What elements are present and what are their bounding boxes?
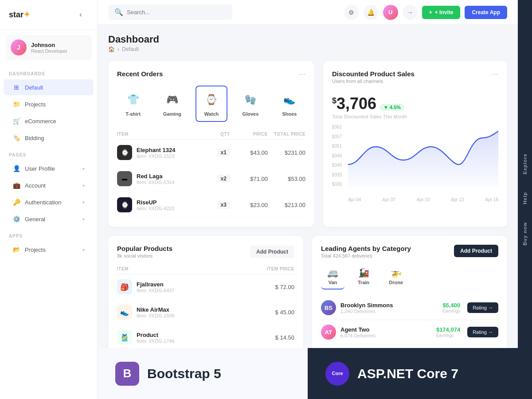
- list-item: 🎽 Product Item: #XDG-1746 $ 14.50: [117, 325, 294, 350]
- price-cell: $71.00: [230, 176, 268, 182]
- page-title: Dashboard: [108, 34, 159, 45]
- sidebar-collapse-button[interactable]: ‹: [73, 7, 88, 22]
- recent-orders-card: Recent Orders ⋯ 👕 T-shirt 🎮 Gaming ⌚: [108, 61, 314, 227]
- category-tabs: 🚐 Van 🚂 Train 🚁 Drone: [321, 264, 498, 289]
- cart-icon: 🛒: [12, 117, 20, 125]
- sidebar-item-default[interactable]: ⊞ Default: [4, 79, 94, 95]
- tab-label: Gaming: [163, 111, 181, 117]
- agent-deliveries: 1,240 Deliveries: [340, 309, 393, 314]
- sidebar-item-user-profile[interactable]: 👤 User Profile ▾: [4, 160, 94, 176]
- price-cell: $ 72.00: [235, 284, 294, 290]
- page-header: Dashboard 🏠 › Default: [108, 34, 507, 52]
- sidebar-logo: star✦ ‹: [0, 0, 97, 30]
- watch-icon: ⌚: [203, 91, 220, 109]
- sidebar-item-buy-now[interactable]: Buy now: [519, 213, 531, 254]
- chevron-down-icon: ▾: [82, 217, 85, 222]
- item-id: Item: #XDG-1836: [137, 313, 175, 318]
- chevron-down-icon: ▾: [82, 183, 85, 188]
- sidebar-item-ecommerce[interactable]: 🛒 eCommerce: [4, 113, 94, 129]
- avatar: AT: [321, 325, 336, 340]
- apps-section-label: APPS: [0, 227, 97, 241]
- add-product-button[interactable]: Add Product: [454, 245, 498, 257]
- sidebar-item-bidding[interactable]: 🏷️ Bidding: [4, 130, 94, 146]
- add-product-button[interactable]: Add Product: [250, 246, 294, 258]
- tab-train[interactable]: 🚂 Train: [352, 264, 376, 289]
- card-subtitle: 8k social visitors: [117, 253, 172, 258]
- chevron-down-icon: ▾: [82, 166, 85, 171]
- sidebar-item-apps-projects[interactable]: 📂 Projects ▾: [4, 242, 94, 258]
- total-cell: $213.00: [268, 202, 305, 208]
- tab-drone[interactable]: 🚁 Drone: [383, 264, 409, 289]
- product-icon: 👟: [117, 305, 132, 320]
- tab-label: Drone: [389, 280, 403, 285]
- col-total: TOTAL PRICE: [268, 132, 305, 137]
- sidebar-item-general[interactable]: ⚙️ General ▾: [4, 211, 94, 227]
- sidebar-item-help[interactable]: Help: [519, 183, 531, 213]
- sidebar-item-projects[interactable]: 📁 Projects: [4, 96, 94, 112]
- tab-gloves[interactable]: 🧤 Gloves: [235, 86, 266, 122]
- avatar: J: [11, 39, 27, 55]
- sidebar-item-label: Account: [25, 182, 46, 189]
- aspnet-badge: Core: [325, 362, 349, 386]
- rating-button[interactable]: Rating →: [467, 327, 498, 337]
- tab-label: Van: [329, 280, 337, 285]
- breadcrumb-current: Default: [122, 46, 139, 52]
- item-id: Item: #XDG-5314: [137, 180, 175, 185]
- sidebar: star✦ ‹ J Johnson React Developer DASHBO…: [0, 0, 98, 399]
- tab-tshirt[interactable]: 👕 T-shirt: [117, 86, 149, 122]
- sidebar-user[interactable]: J Johnson React Developer: [5, 35, 92, 60]
- sidebar-item-account[interactable]: 💼 Account ▾: [4, 177, 94, 193]
- table-row: ⌚ Elephant 1324 Item: #XDG-1523 x1 $43.0…: [117, 140, 305, 166]
- qty-cell: x2: [192, 175, 230, 183]
- dashboards-section-label: DASHBOARDS: [0, 65, 97, 79]
- product-icon: 🎽: [117, 330, 132, 345]
- notification-icon-button[interactable]: 🔔: [364, 5, 379, 20]
- item-name: RiseUP: [137, 199, 175, 206]
- col-price: PRICE: [230, 132, 268, 137]
- tag-icon: 🏷️: [12, 134, 20, 142]
- tshirt-icon: 👕: [124, 91, 142, 109]
- arrow-right-icon-button[interactable]: →: [403, 5, 418, 20]
- create-app-button[interactable]: Create App: [465, 6, 507, 19]
- card-title: Popular Products: [117, 245, 172, 252]
- table-row: ▬ Red Laga Item: #XDG-5314 x2 $71.00 $53…: [117, 166, 305, 192]
- card-title: Recent Orders: [117, 70, 163, 78]
- avatar[interactable]: U: [383, 5, 398, 20]
- shoes-icon: 👟: [281, 91, 298, 109]
- tab-watch[interactable]: ⌚ Watch: [196, 86, 227, 122]
- orders-table-header: ITEM QTY PRICE TOTAL PRICE: [117, 129, 305, 140]
- item-name: Elephant 1324: [137, 147, 175, 153]
- tab-gaming[interactable]: 🎮 Gaming: [156, 86, 188, 122]
- sidebar-item-authentication[interactable]: 🔑 Authentication ▾: [4, 194, 94, 210]
- tab-van[interactable]: 🚐 Van: [321, 264, 344, 289]
- projects-icon: 📂: [12, 246, 20, 254]
- item-name: Fjallraven: [137, 281, 175, 288]
- tab-shoes[interactable]: 👟 Shoes: [274, 86, 305, 122]
- aspnet-label: ASP.NET Core 7: [357, 366, 458, 381]
- account-icon: 💼: [12, 181, 20, 189]
- logo-star-icon: ✦: [23, 10, 30, 19]
- user-role: React Developer: [31, 48, 67, 54]
- search-box: 🔍: [108, 4, 232, 20]
- order-tabs: 👕 T-shirt 🎮 Gaming ⌚ Watch 🧤 Gloves: [117, 86, 305, 122]
- breadcrumb: 🏠 › Default: [108, 46, 159, 52]
- card-menu-button[interactable]: ⋯: [491, 70, 498, 78]
- logo-text: star✦: [9, 10, 30, 20]
- sidebar-item-explore[interactable]: Explore: [519, 145, 531, 183]
- agent-name: Agent Two: [340, 326, 376, 333]
- card-menu-button[interactable]: ⋯: [298, 70, 305, 78]
- invite-button[interactable]: + + Invite: [422, 6, 461, 19]
- currency-symbol: $: [332, 96, 336, 105]
- item-name: Red Laga: [137, 173, 175, 180]
- chevron-down-icon: ▾: [82, 247, 85, 252]
- avatar: BS: [321, 300, 336, 315]
- product-icon: ⌚: [117, 197, 132, 212]
- price-cell: $23.00: [230, 202, 268, 208]
- rating-button[interactable]: Rating →: [467, 302, 498, 313]
- settings-icon-button[interactable]: ⚙: [344, 5, 359, 20]
- search-input[interactable]: [127, 9, 226, 16]
- sidebar-item-label: eCommerce: [25, 118, 56, 125]
- table-row: BS Brooklyn Simmons 1,240 Deliveries $5,…: [321, 296, 498, 320]
- sidebar-item-label: Bidding: [25, 135, 44, 141]
- tab-label: Shoes: [282, 111, 297, 117]
